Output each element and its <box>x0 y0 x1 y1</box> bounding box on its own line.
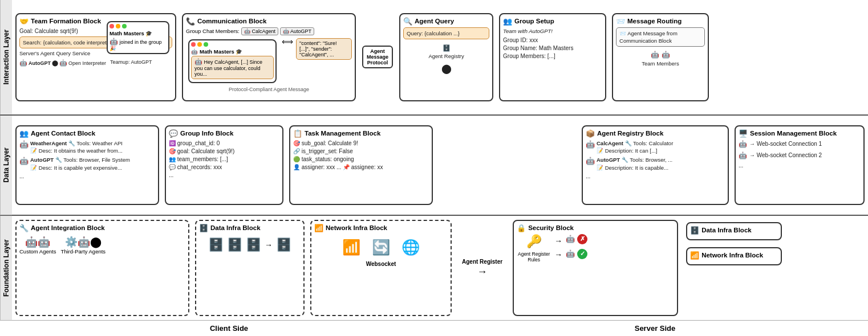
chat-win-green <box>204 42 208 47</box>
interaction-content: 🤝 Team Formation Block Goal: Calculate s… <box>12 0 868 114</box>
win-green <box>122 24 127 28</box>
task-mgmt-icon: 📋 <box>293 129 302 138</box>
network-infra-server-title: 📶 Network Infra Block <box>690 251 778 260</box>
protocol-label: Protocol-Compliant Agent Message <box>186 87 352 92</box>
group-info-content: 🆔 group_chat_id: 0 🎯 goal: Calculate sqr… <box>169 140 279 179</box>
custom-icons: 🤖🤖 <box>19 236 56 248</box>
network-infra-server-icon: 📶 <box>690 251 699 260</box>
agent-registry-area: 🗄️ Agent Registry ⬤ <box>403 44 489 75</box>
group-members: Group Members: [...] <box>503 52 602 60</box>
team-with: Team with AutoGPT! <box>503 27 602 35</box>
agent-registry-block: 📦 Agent Registry Block 🤖 CalcAgent 🔧 Too… <box>582 125 729 205</box>
db2: 🗄️ <box>227 237 242 252</box>
agent-registry-title: 📦 Agent Registry Block <box>586 129 725 138</box>
agent-registry-content: 🤖 CalcAgent 🔧 Tools: Calculator 📝 Descri… <box>586 140 725 181</box>
interaction-layer-label: Interaction Layer <box>0 0 12 114</box>
group-info-field-1: 🎯 goal: Calculate sqrt(9!) <box>169 147 279 155</box>
search-icon: 🔍 <box>403 17 412 26</box>
member-calc: 🤖 CalcAgent <box>241 27 278 35</box>
db4: 🗄️ <box>276 237 291 252</box>
group-info-ellipsis: ... <box>169 171 279 179</box>
sec-rejected-row: 🤖 ✗ <box>566 234 587 244</box>
communication-title: 📞 Communication Block <box>186 17 352 26</box>
math-masters-inner: Math Masters 🎓 🤖 joined in the group 🎉 <box>107 21 169 54</box>
autogpt-details: AutoGPT 🔧 Tools: Browser, File System 📝 … <box>30 156 130 171</box>
agent-contact-icon: 👥 <box>19 129 29 138</box>
query-value: Query: {calculation ...} <box>403 27 489 39</box>
websocket-icon: 🔄 <box>372 239 390 256</box>
data-infra-server-block: 🗄️ Data Infra Block <box>686 222 782 240</box>
registry-autogpt-details: AutoGPT 🔧 Tools: Browser, ... 📝 Descript… <box>597 156 672 171</box>
lock-icon: 🔒 <box>517 224 526 232</box>
data-infra-client-icon: 🗄️ <box>199 224 208 232</box>
circle-icon: ⬤ <box>52 59 58 67</box>
group-id: Group ID: xxx <box>503 36 602 44</box>
chat-chrome <box>191 42 274 47</box>
session-mgmt-title: 🖥️ Session Management Block <box>739 129 861 138</box>
session-management-block: 🖥️ Session Management Block 🤖 → Web-sock… <box>735 125 865 205</box>
team-icons: 🤖 🤖 <box>616 50 705 60</box>
security-right: 🤖 ✗ 🤖 ✓ <box>566 234 587 259</box>
foundation-layer-label: Foundation Layer <box>0 216 12 320</box>
arrow-mid1: → <box>554 236 562 245</box>
robot-join-icon: 🤖 <box>109 38 118 46</box>
registry-ellipsis: ... <box>586 173 725 181</box>
data-infra-client-block: 🗄️ Data Infra Block 🗄️ 🗄️ 🗄️ → 🗄️ <box>195 220 305 316</box>
db-icon: 🗄️ <box>403 44 489 52</box>
routing-description: 📨 Agent Message from Communication Block <box>616 27 705 47</box>
db-arrow: → <box>265 240 273 249</box>
message-routing-block: 📨 Message Routing 📨 Agent Message from C… <box>612 13 709 101</box>
custom-agents-area: 🤖🤖 Custom Agents <box>19 236 56 255</box>
client-caption: Client Side <box>16 324 442 333</box>
registry-autogpt-icon: 🤖 <box>586 156 595 166</box>
session-icon: 🖥️ <box>739 129 748 138</box>
caption-content: Client Side Server Side <box>16 321 868 336</box>
bottom-captions: Client Side Server Side <box>0 320 868 336</box>
group-name: Group Name: Math Masters <box>503 44 602 52</box>
rejected-robot: 🤖 <box>566 235 575 243</box>
group-setup-title: 👥 Group Setup <box>503 17 602 26</box>
json-content: "content": "Sure! [...]", "sender": "Cal… <box>296 38 352 60</box>
teamup-label: Teamup: AutoGPT <box>108 59 152 66</box>
comm-arrow: ⟺ <box>281 37 294 46</box>
interaction-row: Interaction Layer 🤝 Team Formation Block… <box>0 0 868 116</box>
comm-chat-row: 🤖 Math Masters 🎓 🤖 Hey CalcAgent, [...] … <box>186 37 352 85</box>
sec-approved-row: 🤖 ✓ <box>566 249 587 259</box>
session-content: 🤖 → Web-socket Connection 1 🤖 → Web-sock… <box>739 140 861 170</box>
security-inner: 🔑 Agent Register Rules → → 🤖 ✗ <box>517 234 674 263</box>
conn1-item: 🤖 → Web-socket Connection 1 <box>739 140 861 149</box>
task-field-2: 🟢 task_status: ongoing <box>293 155 429 163</box>
robot2-icon: 🤖 <box>59 59 67 67</box>
agent-query-block: 🔍 Agent Query Query: {calculation ...} 🗄… <box>399 13 493 101</box>
network-infra-server-block: 📶 Network Infra Block <box>686 247 782 265</box>
autogpt-robot-icon: 🤖 <box>19 156 29 166</box>
arrow-right-big: → <box>477 266 488 278</box>
registry-autogpt-item: 🤖 AutoGPT 🔧 Tools: Browser, ... 📝 Descri… <box>586 156 725 171</box>
three-rows: Interaction Layer 🤝 Team Formation Block… <box>0 0 868 320</box>
communication-block: 📞 Communication Block Group Chat Members… <box>182 13 356 101</box>
group-info-title: 💬 Group Info Block <box>169 129 279 138</box>
amp-label2: Message <box>367 54 388 60</box>
arrow-mid2: → <box>554 250 562 259</box>
message-routing-title: 📨 Message Routing <box>616 17 705 26</box>
globe-icon: 🌐 <box>401 239 420 256</box>
chat-window: 🤖 Math Masters 🎓 🤖 Hey CalcAgent, [...] … <box>188 39 277 83</box>
agent-icon: ⬤ <box>403 63 489 75</box>
calc-details: CalcAgent 🔧 Tools: Calculator 📝 Descript… <box>597 140 673 155</box>
weather-robot-icon: 🤖 <box>19 140 29 150</box>
security-block: 🔒 Security Block 🔑 Agent Register Rules … <box>513 220 678 316</box>
conn1-label: → Web-socket Connection 1 <box>749 140 822 148</box>
amp-area: Agent Message Protocol <box>359 44 396 69</box>
data-infra-server-title: 🗄️ Data Infra Block <box>690 226 778 235</box>
conn2-label: → Web-socket Connection 2 <box>749 151 822 159</box>
security-title: 🔒 Security Block <box>517 224 674 232</box>
agent-register-label: Agent Register <box>460 257 505 266</box>
db3: 🗄️ <box>246 237 261 252</box>
foundation-row: Foundation Layer 🔧 Agent Integration Blo… <box>0 216 868 320</box>
third-party-icons: ⚙️🤖⬤ <box>60 236 106 248</box>
weather-details: WeatherAgent 🔧 Tools: Weather API 📝 Desc… <box>30 140 123 155</box>
task-field-3: 👤 assigner: xxx ... 📌 assignee: xx <box>293 163 429 171</box>
agent-integration-block: 🔧 Agent Integration Block 🤖🤖 Custom Agen… <box>15 220 189 316</box>
data-infra-client-title: 🗄️ Data Infra Block <box>199 224 301 232</box>
weather-agent-item: 🤖 WeatherAgent 🔧 Tools: Weather API 📝 De… <box>19 140 155 155</box>
